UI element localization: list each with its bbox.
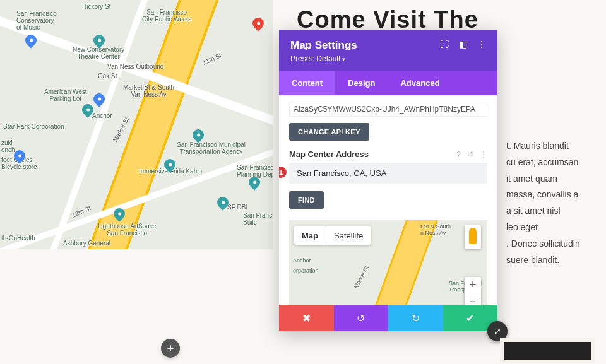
map-type-control: Map Satellite xyxy=(294,226,371,245)
text-line: suere blandit. xyxy=(506,253,595,268)
map-poi-icon xyxy=(190,127,206,143)
text-line: t. Mauris blandit xyxy=(506,139,595,154)
redo-button[interactable]: ↻ xyxy=(388,305,443,331)
map-label: t St & South n Ness Av xyxy=(420,224,451,237)
zoom-control: + − xyxy=(465,277,481,305)
cancel-button[interactable]: ✖ xyxy=(279,305,334,331)
help-icon[interactable]: ? xyxy=(456,150,461,159)
map-poi-icon xyxy=(11,148,27,163)
tab-design[interactable]: Design xyxy=(335,71,388,95)
zoom-out-button[interactable]: − xyxy=(465,293,481,305)
map-poi-icon xyxy=(246,174,262,190)
text-line: . Donec sollicitudin xyxy=(506,237,595,252)
map-label: SF DBI xyxy=(227,204,247,211)
expand-icon[interactable]: ⛶ xyxy=(440,39,449,49)
map-poi-icon xyxy=(80,102,95,117)
map-pin-icon xyxy=(250,15,266,31)
map-poi-icon xyxy=(215,194,230,210)
zoom-in-button[interactable]: + xyxy=(465,277,481,293)
undo-button[interactable]: ↺ xyxy=(334,305,389,331)
map-poi-icon xyxy=(162,156,177,172)
text-line: a sit amet nisl xyxy=(506,204,595,219)
map-label: zuki ench xyxy=(1,139,15,153)
page-body-text: t. Mauris blandit cu erat, accumsan it a… xyxy=(506,139,595,269)
text-line: massa, convallis a xyxy=(506,187,595,203)
tab-content[interactable]: Content xyxy=(279,71,335,95)
add-module-button[interactable]: + xyxy=(161,339,180,358)
main-map[interactable]: Hickory St San Francisco Conservatory of… xyxy=(0,0,273,249)
map-poi-icon xyxy=(91,32,107,48)
map-label: Star Park Corporation xyxy=(3,123,64,130)
map-label: Anchor xyxy=(293,258,311,264)
reset-icon[interactable]: ↺ xyxy=(467,150,473,159)
panel-header: Map Settings Preset: Default ⛶ ◧ ⋮ xyxy=(279,30,497,71)
map-label: San Francisco Municipal Transportation A… xyxy=(177,141,246,155)
options-icon[interactable]: ⋮ xyxy=(480,150,487,159)
map-label: San Francisco Builc xyxy=(243,212,273,226)
map-center-address-input[interactable] xyxy=(289,163,487,184)
map-label: American West Parking Lot xyxy=(44,88,87,102)
step-badge: 1 xyxy=(279,167,287,178)
map-label: orporation xyxy=(293,268,319,274)
text-line: cu erat, accumsan xyxy=(506,155,595,170)
preset-dropdown[interactable]: Preset: Default xyxy=(290,54,357,63)
map-label: 11th St xyxy=(201,52,222,66)
map-label: Hickory St xyxy=(82,3,111,10)
panel-body: AIzaSyC5YMWwUS2Cxp-UJh4_AWnPhHpT8NzyEPA … xyxy=(279,95,497,305)
pegman-icon[interactable] xyxy=(465,225,481,249)
map-preview[interactable]: t St & South n Ness Av Anchor orporation… xyxy=(289,220,487,305)
panel-title: Map Settings xyxy=(290,39,357,52)
text-line: leo eget xyxy=(506,220,595,235)
map-type-satellite[interactable]: Satellite xyxy=(326,226,371,245)
map-type-map[interactable]: Map xyxy=(294,226,326,245)
change-api-key-button[interactable]: CHANGE API KEY xyxy=(289,123,369,141)
tab-advanced[interactable]: Advanced xyxy=(388,71,452,95)
docs-icon[interactable]: ◧ xyxy=(459,39,467,49)
find-button[interactable]: FIND xyxy=(289,191,324,209)
road-highway xyxy=(56,0,222,249)
map-settings-panel: Map Settings Preset: Default ⛶ ◧ ⋮ Conte… xyxy=(279,30,497,331)
panel-actions: ✖ ↺ ↻ ✔ xyxy=(279,305,497,331)
settings-tabs: Content Design Advanced xyxy=(279,71,497,95)
text-line: it amet quam xyxy=(506,172,595,187)
more-icon[interactable]: ⋮ xyxy=(477,39,486,49)
map-label: Market St xyxy=(354,266,371,290)
page-heading: Come Visit The xyxy=(297,6,478,33)
api-key-value: AIzaSyC5YMWwUS2Cxp-UJh4_AWnPhHpT8NzyEPA xyxy=(289,102,487,117)
image-module-preview xyxy=(500,338,595,363)
map-center-label: Map Center Address xyxy=(289,150,450,159)
